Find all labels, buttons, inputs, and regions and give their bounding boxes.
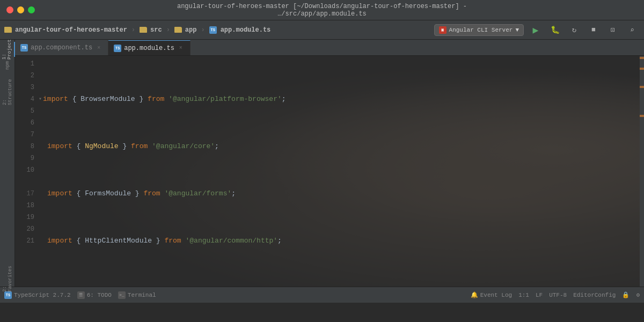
src-folder-icon	[140, 27, 147, 33]
tab-label: app.component.ts	[31, 44, 92, 52]
main-layout: 1: Project npm 2: Structure 2: Favorites…	[0, 40, 644, 287]
editor-area: TS app.component.ts × TS app.module.ts ×…	[15, 40, 644, 287]
tab-app-module[interactable]: TS app.module.ts ×	[108, 40, 191, 55]
line-numbers: 1 2 3 4 5 6 7 8 9 10 17 18 19 20 21	[15, 56, 39, 287]
typescript-status[interactable]: TS TypeScript 2.7.2	[4, 291, 71, 299]
todo-label: 6: TODO	[87, 292, 112, 298]
navbar: angular-tour-of-heroes-master › src › ap…	[0, 20, 644, 40]
todo-icon: ☰	[77, 291, 85, 299]
encoding-status[interactable]: UTF-8	[549, 291, 567, 298]
run-button[interactable]: ▶	[528, 24, 543, 36]
tab-close-active-icon[interactable]: ×	[177, 45, 185, 52]
file-ts-icon: TS	[209, 26, 217, 34]
scroll-marker-1	[640, 57, 644, 59]
settings-status[interactable]: ⚙	[636, 291, 640, 298]
code-line-2: import { NgModule } from '@angular/core'…	[39, 141, 635, 152]
window-title: angular-tour-of-heroes-master [~/Downloa…	[161, 3, 483, 18]
ts-file-icon-active: TS	[114, 45, 121, 52]
scrollbar[interactable]	[640, 56, 644, 287]
nav-app[interactable]: app	[185, 26, 197, 34]
debug-button[interactable]: 🐛	[547, 24, 562, 36]
refresh-button[interactable]: ↻	[567, 24, 582, 36]
server-button[interactable]: ▣ Angular CLI Server ▼	[434, 24, 524, 36]
close-button[interactable]	[6, 6, 13, 13]
layout-button[interactable]: ⊡	[605, 24, 620, 36]
angular-icon: ▣	[439, 26, 447, 34]
nav-project[interactable]: angular-tour-of-heroes-master	[15, 26, 127, 34]
sidebar: 1: Project npm 2: Structure 2: Favorites	[0, 40, 15, 287]
statusbar-right: 🔔 Event Log 1:1 LF UTF-8 EditorConfig 🔒 …	[471, 291, 640, 298]
lock-icon: 🔒	[622, 291, 630, 298]
sidebar-item-structure[interactable]: 2: Structure	[0, 85, 15, 100]
scroll-marker-2	[640, 68, 644, 70]
traffic-lights	[6, 6, 35, 13]
tab-label-active: app.module.ts	[124, 45, 174, 52]
folder-icon	[4, 27, 12, 33]
line-ending-status[interactable]: LF	[536, 291, 543, 298]
chevron-down-icon: ▼	[515, 27, 519, 33]
sidebar-item-favorites[interactable]: 2: Favorites	[0, 272, 15, 287]
code-line-1: ▾import { BrowserModule } from '@angular…	[39, 93, 635, 105]
event-log-status[interactable]: 🔔 Event Log	[471, 291, 512, 298]
code-line-5	[39, 282, 635, 287]
terminal-label: Terminal	[128, 292, 156, 298]
tab-app-component[interactable]: TS app.component.ts ×	[15, 40, 108, 55]
terminal-icon: >_	[118, 291, 126, 299]
position-status[interactable]: 1:1	[518, 291, 529, 298]
app-folder-icon	[174, 27, 182, 33]
lock-status[interactable]: 🔒	[622, 291, 630, 298]
scroll-marker-4	[640, 115, 644, 117]
nav-file[interactable]: app.module.ts	[221, 26, 271, 34]
code-line-4: import { HttpClientModule } from '@angul…	[39, 235, 635, 247]
event-log-label: Event Log	[480, 292, 512, 298]
sidebar-item-project[interactable]: 1: Project	[0, 42, 15, 57]
editor-config-label: EditorConfig	[573, 292, 616, 298]
fold-icon-1[interactable]: ▾	[39, 93, 42, 105]
search-button[interactable]: ⌕	[625, 24, 640, 36]
settings-icon: ⚙	[636, 291, 640, 298]
todo-status[interactable]: ☰ 6: TODO	[77, 291, 112, 299]
code-editor[interactable]: 1 2 3 4 5 6 7 8 9 10 17 18 19 20 21 ▾	[15, 56, 644, 287]
typescript-version: TypeScript 2.7.2	[14, 292, 71, 298]
tab-close-icon[interactable]: ×	[95, 44, 103, 52]
toolbar-right: ▣ Angular CLI Server ▼ ▶ 🐛 ↻ ■ ⊡ ⌕	[434, 24, 640, 36]
code-content[interactable]: ▾import { BrowserModule } from '@angular…	[39, 56, 640, 287]
line-ending-label: LF	[536, 292, 543, 298]
code-line-3: import { FormsModule } from '@angular/fo…	[39, 188, 635, 200]
titlebar: angular-tour-of-heroes-master [~/Downloa…	[0, 0, 644, 20]
scroll-marker-3	[640, 86, 644, 88]
nav-src[interactable]: src	[150, 26, 162, 34]
stop-button[interactable]: ■	[586, 24, 601, 36]
ts-status-icon: TS	[4, 291, 12, 299]
editor-config-status[interactable]: EditorConfig	[573, 291, 616, 298]
sidebar-item-npm[interactable]: npm	[0, 58, 15, 73]
terminal-status[interactable]: >_ Terminal	[118, 291, 156, 299]
statusbar: TS TypeScript 2.7.2 ☰ 6: TODO >_ Termina…	[0, 287, 644, 303]
minimize-button[interactable]	[17, 6, 24, 13]
maximize-button[interactable]	[28, 6, 35, 13]
ts-file-icon: TS	[20, 44, 28, 52]
event-log-icon: 🔔	[471, 291, 478, 298]
tab-bar: TS app.component.ts × TS app.module.ts ×	[15, 40, 644, 56]
position-label: 1:1	[518, 292, 529, 298]
encoding-label: UTF-8	[549, 292, 567, 298]
server-label: Angular CLI Server	[449, 27, 513, 33]
